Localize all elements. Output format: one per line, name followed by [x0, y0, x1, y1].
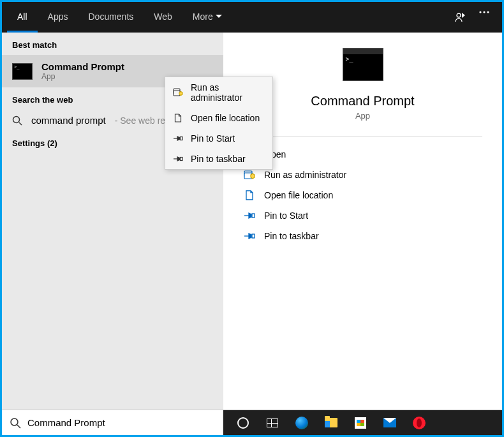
mail-icon[interactable] [383, 416, 397, 430]
opera-icon[interactable] [412, 416, 426, 430]
command-prompt-icon [343, 48, 383, 81]
svg-point-0 [457, 13, 461, 17]
tab-web[interactable]: Web [144, 2, 182, 33]
admin-icon [173, 88, 183, 97]
svg-rect-10 [252, 214, 255, 218]
tab-more[interactable]: More [182, 2, 232, 33]
best-match-heading: Best match [2, 33, 223, 55]
action-pin-start[interactable]: Pin to Start [241, 205, 484, 226]
action-run-admin-label: Run as administrator [264, 170, 346, 180]
best-match-title: Command Prompt [41, 61, 124, 72]
action-run-admin[interactable]: Run as administrator [241, 165, 484, 185]
action-open[interactable]: Open [241, 144, 484, 165]
best-match-subtitle: App [41, 72, 124, 81]
pin-start-icon [244, 211, 255, 220]
action-pin-taskbar[interactable]: Pin to taskbar [241, 226, 484, 246]
filter-tabs: All Apps Documents Web More [7, 2, 232, 33]
ctx-run-admin[interactable]: Run as administrator [165, 77, 272, 108]
action-open-location[interactable]: Open file location [241, 185, 484, 205]
folder-location-icon [173, 114, 183, 122]
ctx-open-location[interactable]: Open file location [165, 108, 272, 128]
taskbar-search[interactable] [2, 410, 223, 435]
command-prompt-icon [12, 63, 33, 80]
ctx-pin-start-label: Pin to Start [191, 133, 235, 144]
search-icon [10, 417, 21, 429]
tab-all[interactable]: All [7, 2, 38, 33]
ctx-pin-taskbar[interactable]: Pin to taskbar [165, 149, 272, 169]
task-view-icon[interactable] [265, 416, 279, 430]
svg-line-5 [19, 122, 22, 125]
svg-rect-18 [181, 137, 183, 140]
search-icon [12, 115, 22, 126]
svg-point-2 [483, 11, 485, 13]
admin-icon [244, 170, 255, 180]
action-open-location-label: Open file location [264, 190, 333, 200]
action-pin-start-label: Pin to Start [264, 211, 308, 221]
chevron-down-icon [216, 15, 222, 19]
pin-start-icon [173, 135, 183, 142]
cortana-icon[interactable] [236, 416, 250, 430]
tab-documents[interactable]: Documents [78, 2, 144, 33]
svg-point-13 [11, 418, 18, 426]
svg-point-4 [13, 116, 20, 122]
pin-taskbar-icon [173, 155, 183, 163]
svg-rect-12 [252, 234, 255, 238]
divider [243, 136, 483, 137]
search-input[interactable] [27, 417, 215, 428]
edge-icon[interactable] [295, 416, 309, 430]
more-options-icon[interactable] [479, 11, 489, 24]
microsoft-store-icon[interactable] [353, 416, 367, 430]
feedback-icon[interactable] [454, 11, 466, 24]
pin-taskbar-icon [244, 232, 255, 241]
ctx-pin-start[interactable]: Pin to Start [165, 128, 272, 149]
taskbar-tray [223, 410, 502, 435]
detail-subtitle: App [355, 111, 370, 121]
ctx-open-location-label: Open file location [191, 113, 260, 123]
web-query-text: command prompt [31, 115, 106, 126]
taskbar [2, 410, 502, 435]
svg-point-3 [487, 11, 489, 13]
ctx-pin-taskbar-label: Pin to taskbar [191, 154, 246, 164]
context-menu: Run as administrator Open file location … [165, 77, 273, 170]
search-header: All Apps Documents Web More [2, 2, 502, 33]
folder-location-icon [244, 190, 255, 200]
svg-point-1 [479, 11, 481, 13]
tab-more-label: More [193, 11, 213, 22]
svg-line-14 [17, 425, 20, 428]
action-pin-taskbar-label: Pin to taskbar [264, 231, 319, 241]
file-explorer-icon[interactable] [324, 416, 338, 430]
ctx-run-admin-label: Run as administrator [191, 82, 265, 103]
tab-apps[interactable]: Apps [38, 2, 78, 33]
svg-rect-20 [181, 158, 183, 161]
detail-title: Command Prompt [311, 94, 414, 108]
